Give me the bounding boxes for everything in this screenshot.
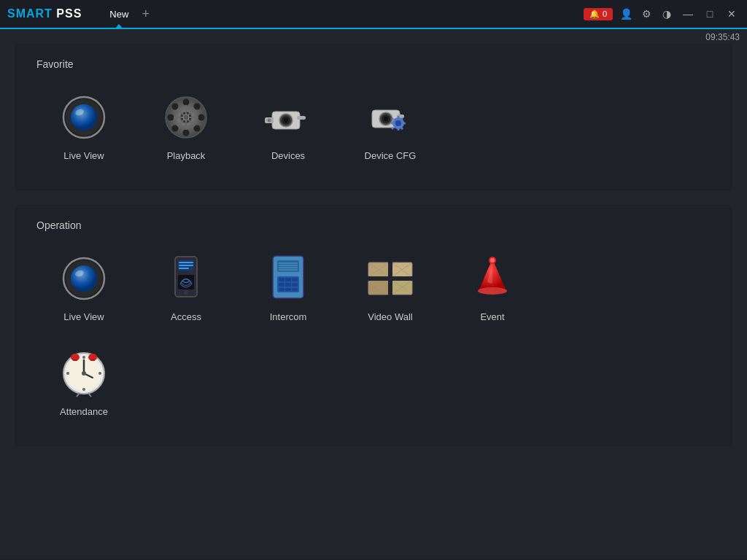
svg-rect-52 bbox=[179, 265, 193, 266]
svg-point-33 bbox=[384, 117, 388, 121]
intercom-icon bbox=[263, 253, 314, 304]
operation-event[interactable]: Event bbox=[445, 246, 540, 330]
svg-point-93 bbox=[66, 372, 69, 375]
access-icon bbox=[160, 253, 212, 304]
favorite-section: Favorite bbox=[15, 44, 732, 190]
clock-display: 09:35:43 bbox=[705, 32, 740, 42]
svg-rect-85 bbox=[368, 276, 412, 281]
access-label: Access bbox=[171, 311, 201, 322]
operation-grid-row2: Attendance bbox=[36, 341, 711, 424]
favorite-title: Favorite bbox=[36, 58, 711, 70]
main-content: Favorite bbox=[0, 29, 747, 559]
attendance-label: Attendance bbox=[60, 406, 108, 417]
operation-intercom[interactable]: Intercom bbox=[241, 246, 336, 330]
live-view-icon bbox=[58, 92, 109, 143]
favorite-devices[interactable]: Devices bbox=[241, 85, 336, 168]
video-wall-label: Video Wall bbox=[368, 311, 412, 322]
svg-point-92 bbox=[82, 388, 85, 391]
svg-rect-39 bbox=[391, 122, 394, 125]
event-label: Event bbox=[480, 311, 504, 322]
op-live-view-label: Live View bbox=[63, 311, 104, 322]
operation-video-wall[interactable]: Video Wall bbox=[343, 246, 438, 330]
svg-rect-63 bbox=[279, 278, 285, 281]
svg-rect-70 bbox=[285, 288, 291, 291]
svg-point-86 bbox=[478, 287, 507, 295]
svg-rect-67 bbox=[285, 283, 291, 287]
add-tab-button[interactable]: + bbox=[142, 7, 150, 20]
close-button[interactable]: ✕ bbox=[724, 6, 740, 22]
devices-icon bbox=[263, 92, 314, 143]
svg-point-55 bbox=[184, 290, 188, 295]
svg-rect-53 bbox=[179, 268, 189, 269]
settings-icon[interactable]: ⚙ bbox=[639, 8, 654, 20]
playback-icon bbox=[160, 92, 212, 143]
svg-point-8 bbox=[168, 114, 174, 121]
app-name-smart: SMART bbox=[7, 7, 53, 20]
favorite-grid: Live View bbox=[36, 85, 711, 168]
svg-rect-69 bbox=[279, 288, 285, 291]
operation-access[interactable]: Access bbox=[139, 246, 233, 330]
svg-point-2 bbox=[71, 104, 97, 131]
attendance-icon bbox=[58, 348, 109, 399]
operation-title: Operation bbox=[36, 219, 711, 231]
devices-label: Devices bbox=[271, 150, 305, 161]
svg-point-29 bbox=[268, 119, 271, 122]
user-icon[interactable]: 👤 bbox=[619, 8, 633, 20]
alert-badge[interactable]: 🔔 0 bbox=[584, 8, 613, 20]
titlebar: SMART PSS New + 🔔 0 👤 ⚙ ◑ — □ ✕ bbox=[0, 0, 747, 29]
device-cfg-label: Device CFG bbox=[365, 150, 417, 161]
svg-point-47 bbox=[71, 265, 97, 292]
alert-count: 0 bbox=[603, 9, 607, 18]
svg-point-91 bbox=[82, 356, 85, 359]
svg-point-22 bbox=[183, 114, 189, 120]
svg-rect-68 bbox=[292, 283, 298, 287]
intercom-label: Intercom bbox=[270, 311, 307, 322]
event-icon bbox=[467, 253, 518, 304]
tab-new[interactable]: New bbox=[104, 6, 134, 23]
svg-rect-57 bbox=[277, 260, 299, 272]
bell-icon: 🔔 bbox=[589, 9, 600, 19]
svg-point-94 bbox=[98, 372, 101, 375]
info-icon[interactable]: ◑ bbox=[659, 8, 674, 20]
svg-point-9 bbox=[198, 114, 205, 121]
svg-rect-71 bbox=[292, 288, 298, 291]
svg-point-97 bbox=[82, 371, 86, 376]
playback-label: Playback bbox=[167, 150, 206, 161]
video-wall-icon bbox=[365, 253, 416, 304]
svg-rect-40 bbox=[403, 122, 406, 125]
op-live-view-icon bbox=[58, 253, 109, 304]
favorite-live-view[interactable]: Live View bbox=[36, 85, 131, 168]
svg-rect-51 bbox=[179, 262, 193, 263]
svg-point-36 bbox=[395, 120, 401, 126]
svg-rect-27 bbox=[297, 116, 306, 120]
app-name: SMART PSS bbox=[7, 7, 82, 20]
svg-rect-64 bbox=[285, 278, 291, 281]
device-cfg-icon bbox=[365, 92, 416, 143]
svg-point-26 bbox=[284, 118, 288, 122]
svg-point-88 bbox=[490, 258, 495, 262]
svg-rect-66 bbox=[279, 283, 285, 287]
favorite-device-cfg[interactable]: Device CFG bbox=[343, 85, 438, 168]
maximize-button[interactable]: □ bbox=[702, 6, 718, 22]
svg-rect-37 bbox=[398, 116, 400, 119]
svg-rect-38 bbox=[398, 128, 400, 131]
svg-rect-65 bbox=[292, 278, 298, 281]
operation-live-view[interactable]: Live View bbox=[36, 246, 131, 330]
operation-section: Operation bbox=[15, 205, 732, 446]
titlebar-controls: 🔔 0 👤 ⚙ ◑ — □ ✕ bbox=[584, 6, 740, 22]
app-name-pss: PSS bbox=[53, 7, 82, 20]
operation-grid: Live View bbox=[36, 246, 711, 330]
favorite-playback[interactable]: Playback bbox=[139, 85, 233, 168]
live-view-fav-label: Live View bbox=[63, 150, 104, 161]
operation-attendance[interactable]: Attendance bbox=[36, 341, 131, 424]
svg-point-6 bbox=[183, 99, 190, 106]
svg-point-7 bbox=[183, 130, 190, 136]
minimize-button[interactable]: — bbox=[680, 6, 696, 22]
